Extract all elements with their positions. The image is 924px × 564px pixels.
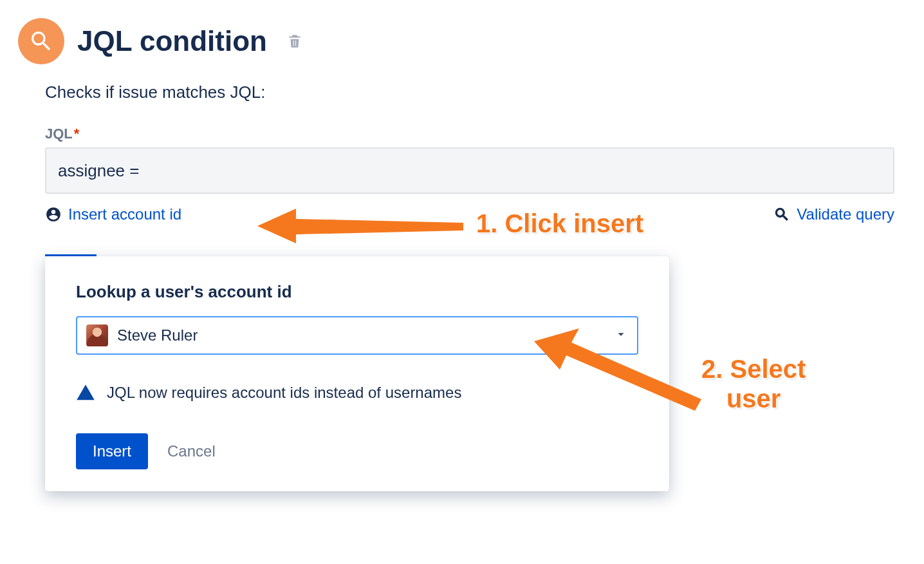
- info-message-row: JQL now requires account ids instead of …: [76, 383, 638, 402]
- cancel-button[interactable]: Cancel: [167, 442, 216, 460]
- delete-button[interactable]: [286, 33, 303, 50]
- popup-title: Lookup a user's account id: [76, 282, 638, 302]
- chevron-down-icon: [614, 327, 628, 344]
- page-title: JQL condition: [77, 25, 267, 57]
- validate-query-link[interactable]: Validate query: [773, 205, 894, 223]
- selected-user-name: Steve Ruler: [117, 326, 198, 344]
- trash-icon: [286, 33, 303, 50]
- insert-account-id-label: Insert account id: [68, 205, 181, 223]
- jql-field-label: JQL*: [45, 126, 906, 142]
- search-icon: [773, 206, 790, 223]
- search-icon: [28, 28, 54, 54]
- annotation-step2-text: 2. Select user: [701, 354, 806, 413]
- popup-active-tab-indicator: [45, 254, 97, 256]
- search-icon-badge: [18, 18, 64, 64]
- user-circle-icon: [45, 206, 62, 223]
- jql-input[interactable]: [45, 147, 894, 194]
- warning-icon: [76, 383, 95, 402]
- avatar: [86, 324, 108, 346]
- insert-button[interactable]: Insert: [76, 433, 148, 469]
- lookup-user-popup: Lookup a user's account id Steve Ruler J…: [45, 256, 669, 491]
- description-text: Checks if issue matches JQL:: [45, 82, 906, 102]
- validate-query-label: Validate query: [797, 205, 894, 223]
- required-indicator: *: [74, 126, 80, 142]
- header-row: JQL condition: [18, 18, 906, 64]
- info-message-text: JQL now requires account ids instead of …: [107, 384, 461, 402]
- user-select-dropdown[interactable]: Steve Ruler: [76, 316, 638, 355]
- jql-label-text: JQL: [45, 126, 73, 142]
- insert-account-id-link[interactable]: Insert account id: [45, 205, 181, 223]
